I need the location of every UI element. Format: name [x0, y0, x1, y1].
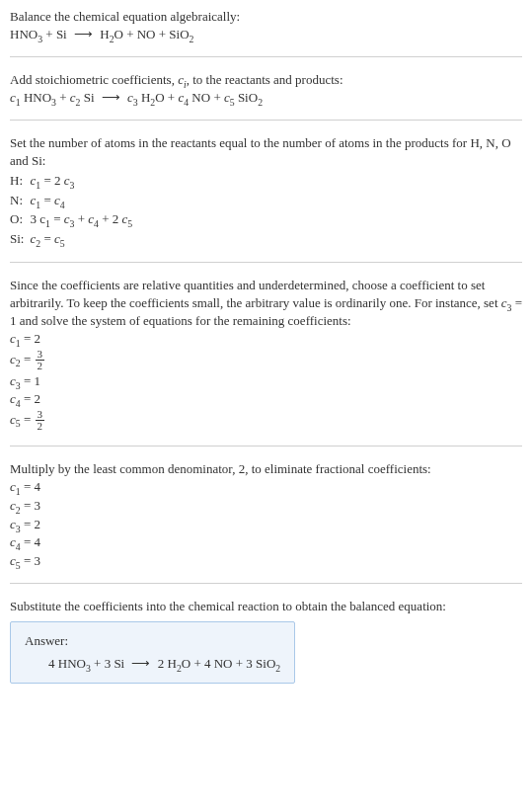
fraction: 32 — [36, 349, 45, 371]
answer-box: Answer: 4 HNO3 + 3 Si ⟶ 2 H2O + 4 NO + 3… — [10, 621, 295, 684]
atoms-text: Set the number of atoms in the reactants… — [10, 134, 522, 169]
table-row: O: 3 c1 = c3 + c4 + 2 c5 — [10, 209, 138, 229]
coef-list-fractional: c1 = 2 c2 = 32 c3 = 1 c4 = 2 c5 = 32 — [10, 330, 522, 432]
sio2: SiO2 — [256, 656, 280, 671]
section-balance-title: Balance the chemical equation algebraica… — [10, 8, 522, 42]
hno3: HNO3 — [10, 27, 42, 41]
balanced-equation: 4 HNO3 + 3 Si ⟶ 2 H2O + 4 NO + 3 SiO2 — [25, 655, 280, 673]
stoich-text: Add stoichiometric coefficients, ci, to … — [10, 71, 522, 89]
unbalanced-equation: HNO3 + Si ⟶ H2O + NO + SiO2 — [10, 26, 522, 43]
no: NO — [137, 27, 156, 41]
si: Si — [56, 27, 67, 41]
atom-balance-table: H: c1 = 2 c3 N: c1 = c4 O: 3 c1 = c3 + c… — [10, 171, 138, 248]
section-substitute: Substitute the coefficients into the che… — [10, 598, 522, 684]
sio2: SiO2 — [238, 90, 263, 105]
section-stoich: Add stoichiometric coefficients, ci, to … — [10, 71, 522, 106]
divider — [10, 262, 522, 263]
answer-label: Answer: — [25, 632, 280, 650]
divider — [10, 56, 522, 57]
stoich-equation: c1 HNO3 + c2 Si ⟶ c3 H2O + c4 NO + c5 Si… — [10, 89, 522, 107]
arrow-icon: ⟶ — [74, 26, 93, 43]
choose-coef-text: Since the coefficients are relative quan… — [10, 277, 522, 329]
section-multiply: Multiply by the least common denominator… — [10, 460, 522, 569]
section-choose-coef: Since the coefficients are relative quan… — [10, 277, 522, 431]
sio2: SiO2 — [169, 27, 193, 41]
divider — [10, 120, 522, 121]
arrow-icon: ⟶ — [102, 89, 120, 107]
fraction: 32 — [36, 409, 45, 432]
h2o: H2O — [141, 90, 165, 105]
divider — [10, 583, 522, 584]
coef-list-integer: c1 = 4 c2 = 3 c3 = 2 c4 = 4 c5 = 3 — [10, 478, 522, 569]
section-atoms: Set the number of atoms in the reactants… — [10, 134, 522, 248]
table-row: H: c1 = 2 c3 — [10, 171, 138, 191]
h2o: H2O — [100, 27, 123, 41]
multiply-text: Multiply by the least common denominator… — [10, 460, 522, 478]
balance-title-text: Balance the chemical equation algebraica… — [10, 8, 522, 26]
substitute-text: Substitute the coefficients into the che… — [10, 598, 522, 615]
divider — [10, 446, 522, 447]
table-row: N: c1 = c4 — [10, 191, 138, 210]
hno3: HNO3 — [24, 90, 56, 105]
table-row: Si: c2 = c5 — [10, 229, 138, 249]
arrow-icon: ⟶ — [131, 655, 150, 673]
h2o: H2O — [167, 656, 190, 671]
hno3: HNO3 — [58, 656, 91, 671]
